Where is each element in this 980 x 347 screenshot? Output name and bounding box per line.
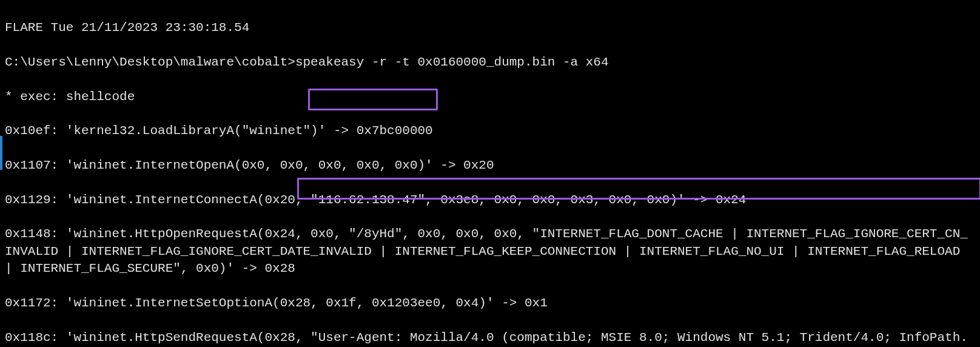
terminal-line: 0x10ef: 'kernel32.LoadLibraryA("wininet"…: [5, 123, 975, 140]
terminal-line: * exec: shellcode: [5, 89, 975, 106]
terminal-line: C:\Users\Lenny\Desktop\malware\cobalt>sp…: [5, 54, 975, 71]
terminal-line: 0x1129: 'wininet.InternetConnectA(0x20, …: [5, 192, 975, 209]
terminal-output: FLARE Tue 21/11/2023 23:30:18.54 C:\User…: [0, 0, 980, 347]
terminal-line: 0x118c: 'wininet.HttpSendRequestA(0x28, …: [5, 329, 975, 347]
terminal-line: 0x1172: 'wininet.InternetSetOptionA(0x28…: [5, 295, 975, 312]
terminal-line: 0x1107: 'wininet.InternetOpenA(0x0, 0x0,…: [5, 157, 975, 174]
terminal-line: FLARE Tue 21/11/2023 23:30:18.54: [5, 19, 975, 36]
terminal-line: 0x1148: 'wininet.HttpOpenRequestA(0x24, …: [5, 226, 975, 277]
window-accent-strip: [0, 136, 2, 170]
